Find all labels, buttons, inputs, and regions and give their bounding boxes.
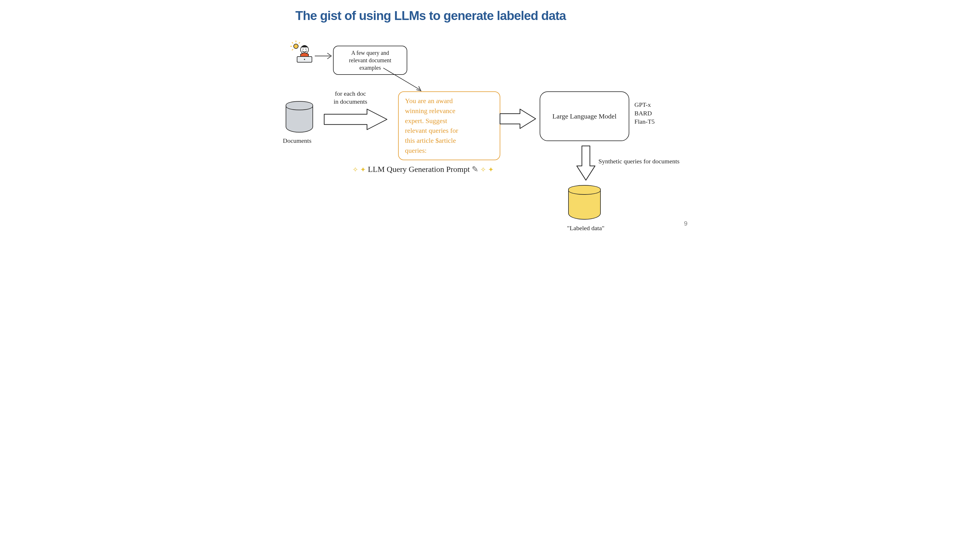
user-idea-icon [291, 42, 317, 65]
svg-point-8 [305, 49, 306, 49]
slide-title: The gist of using LLMs to generate label… [295, 8, 698, 23]
loop-text: for each doc in documents [334, 90, 367, 105]
svg-line-4 [299, 42, 300, 43]
output-arrow-label: Synthetic queries for documents [598, 158, 679, 165]
examples-text: A few query and relevant document exampl… [349, 49, 391, 71]
svg-line-3 [292, 42, 293, 43]
arrow-llm-to-output [574, 145, 597, 182]
page-number: 9 [684, 220, 687, 227]
arrow-prompt-to-llm [499, 108, 539, 129]
sparkle-icon: ✧ [480, 166, 486, 173]
svg-point-7 [302, 49, 303, 49]
documents-label: Documents [283, 137, 311, 145]
pencil-icon: ✎ [472, 165, 478, 174]
svg-point-0 [294, 44, 298, 49]
sparkle-icon: ✦ [360, 166, 366, 173]
labeled-data-caption: "Labeled data" [567, 225, 605, 232]
svg-line-5 [292, 49, 293, 50]
prompt-text: You are an award winning relevance exper… [405, 97, 458, 154]
arrow-documents-to-prompt [323, 108, 391, 131]
svg-line-12 [383, 68, 420, 90]
sparkle-icon: ✧ [352, 166, 358, 173]
prompt-caption-line: ✧ ✦ LLM Query Generation Prompt ✎ ✧ ✦ [352, 164, 494, 174]
documents-db-icon [286, 101, 313, 133]
llm-box-text: Large Language Model [552, 113, 617, 120]
labeled-data-db-icon [568, 185, 601, 220]
prompt-box: You are an award winning relevance exper… [398, 91, 500, 160]
prompt-caption: LLM Query Generation Prompt [368, 165, 470, 174]
sparkle-icon: ✦ [488, 166, 494, 173]
arrow-person-to-examples [315, 50, 335, 62]
llm-models-list: GPT-x BARD Flan-T5 [635, 101, 655, 126]
llm-box: Large Language Model [540, 91, 629, 141]
arrow-examples-to-prompt [383, 68, 426, 94]
svg-point-10 [304, 59, 305, 60]
